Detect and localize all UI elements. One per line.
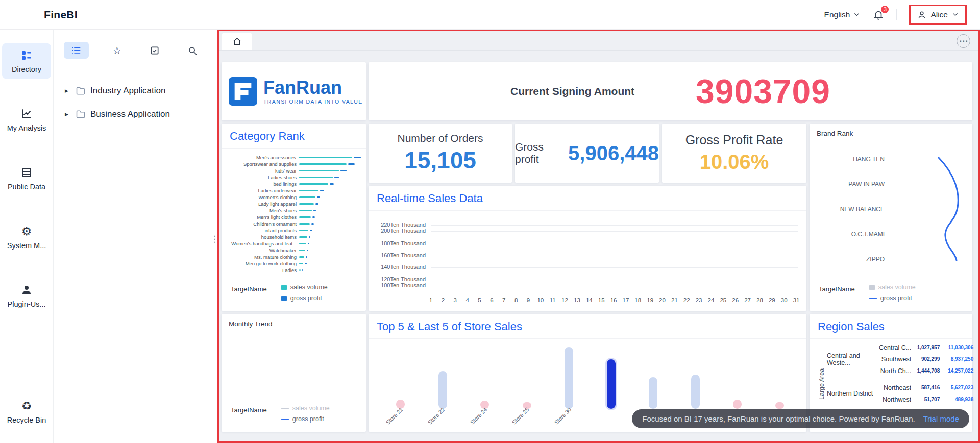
region-group-label: Northern District xyxy=(827,390,879,397)
sales-volume-bar xyxy=(299,230,308,231)
sidebar-item-public-data[interactable]: Public Data xyxy=(2,160,51,196)
orders-card: Number of Orders 15,105 xyxy=(369,124,512,183)
gross-profit-card: Gross profit 5,906,448 xyxy=(515,124,659,183)
gridline xyxy=(431,256,798,256)
table-icon xyxy=(20,166,33,179)
category-row: infant products xyxy=(227,227,361,234)
x-axis-tick: 12 xyxy=(561,297,568,303)
sidebar-item-directory[interactable]: Directory xyxy=(2,43,51,79)
user-menu[interactable]: Alice xyxy=(909,5,967,25)
sidebar-item-recycle-bin[interactable]: ♻Recycle Bin xyxy=(2,393,51,430)
x-axis-tick: 29 xyxy=(769,297,775,303)
category-label: household items xyxy=(227,234,299,240)
gross-profit-value: 5,906,448 xyxy=(568,142,659,165)
panel-tab-list[interactable] xyxy=(64,42,89,59)
main-content: ⋯ FanRuan TRANSFORM DATA INTO VALUE Curr… xyxy=(217,30,980,443)
caret-right-icon[interactable]: ▶ xyxy=(65,88,71,93)
sales-volume-bar xyxy=(299,183,328,185)
panel-tab-search[interactable] xyxy=(183,42,202,59)
x-axis-tick: 2 xyxy=(442,297,445,303)
gross-profit-label: Gross profit xyxy=(515,141,566,165)
region-row: Northwest51,707489,938 xyxy=(879,393,973,405)
panel-resize-handle[interactable]: ⋮ xyxy=(210,234,219,244)
region-row: Southwest902,2998,937,250 xyxy=(879,353,973,365)
store-bar-column: Store 21 xyxy=(396,400,405,409)
tree-item[interactable]: ▶Business Application xyxy=(65,103,217,126)
store-bar-column xyxy=(733,400,742,409)
fanruan-brand-name: FanRuan xyxy=(263,78,363,97)
gross-profit-bar xyxy=(320,190,324,191)
category-row: Men go to work clothing xyxy=(227,260,361,267)
store-bar-column xyxy=(775,402,784,409)
x-axis-tick: 3 xyxy=(454,297,457,303)
trial-mode-link[interactable]: Trial mode xyxy=(923,414,959,423)
region-profit-value: 489,938 xyxy=(940,397,973,402)
grid-list-icon xyxy=(20,48,33,62)
home-tab[interactable] xyxy=(222,33,252,50)
region-group: Northern DistrictNortheast587,4165,627,0… xyxy=(827,382,973,405)
region-group: Central and Weste...Central C...1,027,95… xyxy=(827,341,973,377)
sales-volume-bar xyxy=(299,163,347,165)
topbar: FineBI English 3 Alice xyxy=(0,0,980,30)
sales-volume-bar xyxy=(299,210,312,211)
region-row: Northeast587,4165,627,023 xyxy=(879,382,973,393)
region-sales-value: 51,707 xyxy=(911,397,940,402)
gross-profit-rate-value: 10.06% xyxy=(700,151,769,174)
store-bar-column: Store 24 xyxy=(480,401,489,409)
caret-right-icon[interactable]: ▶ xyxy=(65,112,71,117)
store-sales-title: Top 5 & Last 5 of Store Sales xyxy=(369,314,806,339)
category-row: Children's ornament xyxy=(227,220,361,227)
signing-amount-label: Current Signing Amount xyxy=(510,85,634,97)
sales-volume-bar xyxy=(299,177,333,178)
panel-tab-favorites[interactable]: ☆ xyxy=(108,42,126,59)
sidebar-item-system-management[interactable]: ⚙System M... xyxy=(2,219,51,255)
y-axis-tick: 180Ten Thousand xyxy=(369,240,426,247)
user-name: Alice xyxy=(930,10,948,19)
notifications-button[interactable]: 3 xyxy=(873,9,884,20)
x-axis-tick: 23 xyxy=(696,297,702,303)
sales-volume-bar xyxy=(299,256,304,258)
x-axis-tick: 8 xyxy=(514,297,518,303)
region-profit-value: 5,627,023 xyxy=(940,385,973,390)
store-bar-column xyxy=(649,377,657,409)
x-axis-tick: 19 xyxy=(647,297,653,303)
sidebar-item-my-analysis[interactable]: My Analysis xyxy=(2,102,51,138)
category-row: Women's clothing xyxy=(227,194,361,201)
trial-mode-text: Focused on BI 17 years, FanRuan is your … xyxy=(642,414,915,423)
category-label: Women's handbags and leat... xyxy=(227,241,299,247)
x-axis-tick: 20 xyxy=(659,297,666,303)
language-switcher[interactable]: English xyxy=(824,10,861,19)
gross-profit-bar xyxy=(307,250,308,251)
region-profit-value: 8,937,250 xyxy=(940,356,973,362)
fanruan-tagline: TRANSFORM DATA INTO VALUE xyxy=(263,99,363,105)
panel-tab-authorized[interactable] xyxy=(145,42,164,59)
sales-volume-bar xyxy=(299,190,318,191)
realtime-sales-card: Real-time Sales Data 220Ten Thousand200T… xyxy=(369,186,806,311)
sidebar-item-label: Public Data xyxy=(8,183,45,191)
sales-volume-bar xyxy=(299,250,305,251)
line-chart-icon xyxy=(20,107,33,120)
sidebar-item-plugin-usage[interactable]: Plugin-Us... xyxy=(2,278,51,314)
x-axis-tick: 7 xyxy=(502,297,505,303)
gross-profit-rate-card: Gross Profit Rate 10.06% xyxy=(662,124,806,183)
category-row: Watchmaker xyxy=(227,247,361,254)
more-icon[interactable]: ⋯ xyxy=(957,34,970,48)
x-axis-tick: 16 xyxy=(610,297,617,303)
sidebar-item-label: Recycle Bin xyxy=(7,416,46,424)
fanruan-logo-icon xyxy=(229,77,257,106)
legend-entry: sales volume xyxy=(869,284,916,291)
store-bar-label: Store 30 xyxy=(553,406,572,426)
gross-profit-bar xyxy=(348,163,355,165)
region-sales-value: 587,416 xyxy=(911,385,940,390)
x-axis-tick: 31 xyxy=(793,297,800,303)
region-name: North Ch... xyxy=(879,367,911,375)
region-profit-value: 11,030,306 xyxy=(940,344,973,350)
sidebar-item-label: System M... xyxy=(7,241,46,250)
sales-volume-bar xyxy=(299,216,311,218)
tree-item[interactable]: ▶Industry Application xyxy=(65,79,217,103)
category-row: kids' wear xyxy=(227,167,361,174)
category-rank-card: Category Rank Men's accessoriesSportswea… xyxy=(222,124,366,311)
x-axis-tick: 9 xyxy=(527,297,530,303)
x-axis-tick: 18 xyxy=(634,297,641,303)
checklist-icon xyxy=(150,45,160,56)
